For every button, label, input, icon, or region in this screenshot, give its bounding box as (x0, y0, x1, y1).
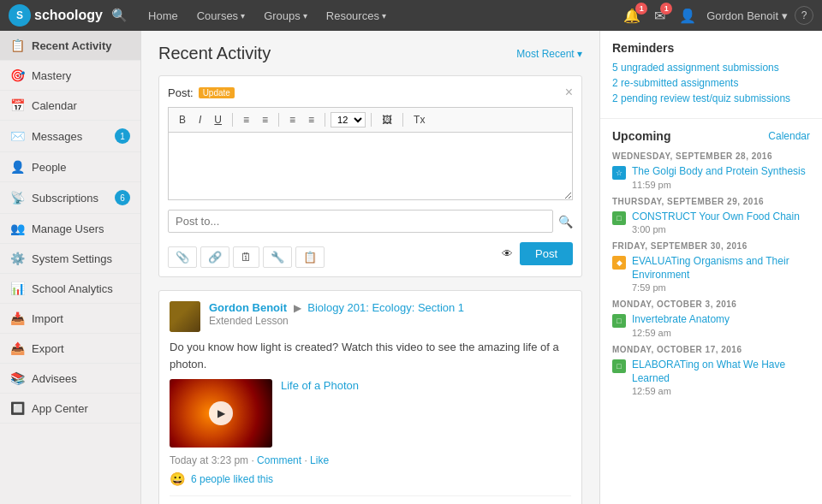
likes-count[interactable]: 6 people liked this (191, 473, 273, 485)
sidebar-label-export: Export (32, 342, 64, 355)
calendar-link[interactable]: Calendar (768, 130, 810, 142)
editor-toolbar: B I U ≡ ≡ ≡ ≡ 121416 🖼 Tx (168, 107, 573, 132)
unordered-list-button[interactable]: ≡ (238, 111, 254, 128)
upcoming-name-4[interactable]: ELABORATing on What We Have Learned (632, 359, 810, 385)
clipboard-button[interactable]: 📋 (295, 246, 325, 268)
upcoming-name-0[interactable]: The Golgi Body and Protein Synthesis (632, 165, 810, 179)
system-settings-icon: ⚙️ (10, 252, 25, 265)
user-name[interactable]: Gordon Benoit ▾ (706, 9, 788, 22)
sidebar-item-import[interactable]: 📥 Import (0, 304, 140, 334)
post-course[interactable]: Biology 201: Ecology: Section 1 (307, 301, 464, 314)
post-author[interactable]: Gordon Benoit (209, 301, 287, 314)
logo-icon: S (9, 4, 31, 27)
comment-link[interactable]: Comment (257, 454, 301, 466)
manage-users-icon: 👥 (10, 222, 25, 235)
upcoming-name-1[interactable]: CONSTRUCT Your Own Food Chain (632, 210, 810, 224)
export-icon: 📤 (10, 341, 25, 355)
app-center-icon: 🔲 (10, 401, 25, 415)
messages-icon[interactable]: ✉ 1 (651, 6, 669, 26)
notifications-icon[interactable]: 🔔 1 (620, 6, 644, 26)
sidebar-item-recent-activity[interactable]: 📋 Recent Activity (0, 31, 140, 61)
nav-groups[interactable]: Groups ▾ (255, 4, 316, 27)
resources-caret: ▾ (382, 11, 386, 21)
upcoming-name-2[interactable]: EVALUATing Organisms and Their Environme… (632, 255, 810, 282)
reminders-section: Reminders 5 ungraded assignment submissi… (600, 31, 822, 119)
advisees-icon: 📚 (10, 371, 25, 385)
toolbar-sep-1 (232, 113, 233, 127)
image-button[interactable]: 🖼 (377, 111, 397, 128)
logo[interactable]: S schoology (9, 4, 103, 27)
sidebar-item-manage-users[interactable]: 👥 Manage Users (0, 214, 140, 244)
nav-home[interactable]: Home (140, 4, 187, 27)
align-button[interactable]: ≡ (284, 111, 301, 128)
media-preview: ▶ Life of a Photon (170, 379, 571, 448)
toolbar-sep-4 (371, 113, 372, 127)
nav-resources[interactable]: Resources ▾ (318, 4, 395, 27)
reminder-2[interactable]: 2 re-submitted assignments (612, 77, 810, 89)
upcoming-name-3[interactable]: Invertebrate Anatomy (632, 313, 810, 327)
play-button[interactable]: ▶ (209, 401, 233, 425)
upcoming-section: Upcoming Calendar WEDNESDAY, SEPTEMBER 2… (600, 119, 822, 413)
date-sep-4: MONDAY, OCTOBER 17, 2016 (612, 345, 810, 354)
post-author-line: Gordon Benoit ▶ Biology 201: Ecology: Se… (209, 301, 571, 314)
sidebar-item-messages[interactable]: ✉️ Messages 1 (0, 121, 140, 152)
post-meta: Gordon Benoit ▶ Biology 201: Ecology: Se… (209, 301, 571, 332)
post-type: Extended Lesson (209, 315, 571, 327)
sidebar-item-calendar[interactable]: 📅 Calendar (0, 91, 140, 121)
add-link-button[interactable]: 🔗 (200, 246, 229, 268)
toolbar-sep-3 (325, 113, 325, 127)
sidebar-item-subscriptions[interactable]: 📡 Subscriptions 6 (0, 182, 140, 214)
indent-button[interactable]: ≡ (303, 111, 319, 128)
like-emoji: 😀 (170, 471, 186, 487)
sidebar-label-messages: Messages (32, 130, 82, 143)
attach-file-button[interactable]: 📎 (168, 246, 197, 268)
post-to-input[interactable] (168, 210, 553, 233)
reminder-3[interactable]: 2 pending review test/quiz submissions (612, 92, 810, 104)
underline-button[interactable]: U (209, 111, 227, 128)
date-sep-0: WEDNESDAY, SEPTEMBER 28, 2016 (612, 151, 810, 161)
ordered-list-button[interactable]: ≡ (257, 111, 273, 128)
visibility-icon[interactable]: 👁 (502, 247, 513, 260)
upcoming-details-0: The Golgi Body and Protein Synthesis 11:… (632, 165, 810, 190)
sidebar-label-advisees: Advisees (32, 372, 77, 385)
search-icon[interactable]: 🔍 (111, 8, 128, 23)
nav-courses[interactable]: Courses ▾ (188, 4, 253, 27)
notifications-badge: 1 (635, 3, 647, 15)
upcoming-item-0: ☆ The Golgi Body and Protein Synthesis 1… (612, 165, 810, 190)
most-recent-button[interactable]: Most Recent ▾ (516, 48, 582, 60)
logo-text: schoology (34, 8, 103, 23)
add-resource-button[interactable]: 🗓 (233, 246, 259, 268)
sidebar-item-system-settings[interactable]: ⚙️ System Settings (0, 244, 140, 274)
sidebar-item-mastery[interactable]: 🎯 Mastery (0, 61, 140, 91)
school-analytics-icon: 📊 (10, 282, 25, 295)
help-icon[interactable]: ? (795, 6, 813, 25)
sidebar-item-app-center[interactable]: 🔲 App Center (0, 394, 140, 424)
avatar-image (170, 301, 200, 332)
sidebar-label-import: Import (32, 312, 63, 325)
upcoming-header: Upcoming Calendar (612, 129, 810, 143)
recent-activity-icon: 📋 (10, 39, 25, 52)
font-size-select[interactable]: 121416 (331, 112, 366, 127)
upcoming-item-3: □ Invertebrate Anatomy 12:59 am (612, 313, 810, 338)
format-clear-button[interactable]: Tx (408, 111, 430, 128)
post-button[interactable]: Post (520, 242, 573, 265)
settings-tool-button[interactable]: 🔧 (263, 246, 292, 268)
like-link[interactable]: Like (310, 454, 329, 466)
courses-caret: ▾ (241, 11, 245, 21)
sidebar-item-people[interactable]: 👤 People (0, 152, 140, 182)
post-label-text: Post: (168, 86, 194, 99)
sidebar: 📋 Recent Activity 🎯 Mastery 📅 Calendar ✉… (0, 31, 141, 504)
sidebar-item-advisees[interactable]: 📚 Advisees (0, 364, 140, 394)
post-editor[interactable] (168, 132, 573, 200)
bold-button[interactable]: B (174, 111, 191, 128)
italic-button[interactable]: I (194, 111, 206, 128)
sidebar-item-export[interactable]: 📤 Export (0, 334, 140, 364)
reminders-title: Reminders (612, 41, 810, 55)
profile-icon[interactable]: 👤 (676, 6, 700, 26)
media-thumbnail[interactable]: ▶ (170, 379, 272, 448)
close-button[interactable]: × (565, 85, 573, 100)
media-title[interactable]: Life of a Photon (281, 379, 359, 392)
sidebar-item-school-analytics[interactable]: 📊 School Analytics (0, 274, 140, 304)
reminder-1[interactable]: 5 ungraded assignment submissions (612, 62, 810, 74)
sidebar-label-mastery: Mastery (32, 69, 71, 82)
